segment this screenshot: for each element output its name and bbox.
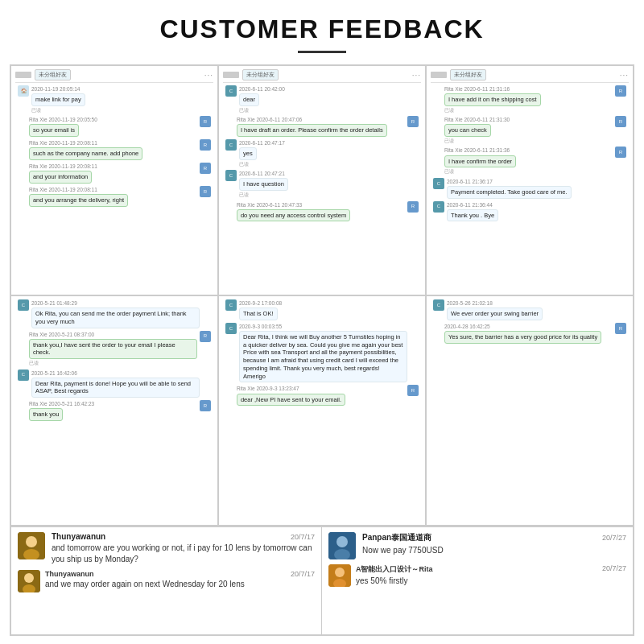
page-wrapper: CUSTOMER FEEDBACK 未分组好友 ··· 🏠 2020-11- — [0, 0, 644, 644]
msg-bubble: thank you,I have sent the order to your … — [29, 339, 197, 360]
read-status: 已读 — [444, 168, 613, 175]
msg-bubble: thank you — [29, 408, 64, 421]
msg-bubble: Thank you . Bye — [447, 209, 498, 222]
chat-grid: 未分组好友 ··· 🏠 2020-11-19 20:05:14 make lin… — [10, 65, 634, 526]
avatar: C — [225, 170, 237, 181]
msg-meta: Rita Xie 2020-11-19 20:08:11 — [29, 139, 197, 147]
msg-content: Rita Xie 2020-11-19 20:08:11 and you arr… — [29, 186, 197, 207]
msg-bubble: I have add it on the shipping cost — [444, 93, 541, 106]
chat-tag-3: 未分组好友 — [450, 69, 486, 80]
msg-content: Rita Xie 2020-11-19 20:05:50 so your ema… — [29, 116, 197, 137]
msg-bubble: you can check — [444, 124, 491, 137]
msg-bubble: I have confirm the order — [444, 155, 516, 168]
msg-row: 🏠 2020-11-19 20:05:14 make link for pay … — [15, 85, 213, 114]
msg-row: R Rita Xie 2020-6-11 20:47:06 I have dra… — [223, 116, 421, 137]
msg-content: Rita Xie 2020-6-11 20:47:33 do you need … — [237, 201, 405, 222]
feedback-panel-left: Thunyawanun 20/7/17 and tomorrow are you… — [10, 526, 322, 635]
msg-bubble: and you arrange the delivery, right — [29, 194, 128, 207]
sub-text-1: Thunyawanun 20/7/17 and we may order aga… — [45, 570, 315, 590]
avatar: R — [407, 116, 419, 127]
svg-point-1 — [26, 536, 37, 547]
msg-bubble: I have question — [239, 178, 288, 191]
avatar: C — [18, 369, 29, 381]
avatar: R — [407, 385, 419, 396]
msg-meta: 2020-6-11 21:36:44 — [447, 201, 615, 208]
bottom-section: Thunyawanun 20/7/17 and tomorrow are you… — [10, 526, 634, 635]
avatar: R — [615, 147, 626, 158]
svg-point-10 — [335, 568, 345, 577]
avatar: R — [200, 331, 211, 342]
msg-row: C 2020-5-26 21:02:18 We ever order your … — [431, 299, 629, 320]
feedback-name-row-2: Panpan泰国通道商 20/7/27 — [362, 532, 626, 543]
msg-bubble: Yes sure, the barrier has a very good pr… — [444, 331, 601, 344]
msg-content: Rita Xie 2020-5-21 08:37:00 thank you,I … — [29, 331, 197, 367]
avatar: C — [225, 85, 237, 97]
msg-row: R Rita Xie 2020-6-11 21:31:36 I have con… — [431, 147, 629, 175]
avatar: 🏠 — [18, 85, 29, 97]
page-title: CUSTOMER FEEDBACK — [159, 14, 484, 44]
msg-row: R Rita Xie 2020-9-3 13:23:47 dear ,New P… — [223, 385, 421, 406]
msg-meta: 2020-5-26 21:02:18 — [447, 299, 615, 307]
msg-meta: Rita Xie 2020-9-3 13:23:47 — [237, 385, 405, 392]
msg-bubble: do you need any access control system — [237, 209, 350, 222]
msg-row: C 2020-6-11 21:36:44 Thank you . Bye — [431, 201, 629, 222]
sub-name-row-2: A智能出入口设计～Rita 20/7/27 — [356, 564, 626, 575]
feedback-date-2: 20/7/27 — [602, 534, 626, 542]
msg-row: R Rita Xie 2020-11-19 20:08:11 and you a… — [15, 186, 213, 207]
msg-bubble: yes — [239, 147, 257, 160]
avatar: C — [225, 299, 237, 311]
msg-bubble: make link for pay — [31, 93, 85, 106]
msg-meta: 2020-11-19 20:05:14 — [31, 85, 200, 93]
msg-row: R 2020-4-28 16:42:25 Yes sure, the barri… — [431, 323, 629, 344]
msg-bubble: dear ,New PI have sent to your email. — [237, 394, 345, 407]
outer-border: 未分组好友 ··· 🏠 2020-11-19 20:05:14 make lin… — [10, 64, 634, 636]
feedback-sub-item-1: Thunyawanun 20/7/17 and we may order aga… — [18, 570, 315, 592]
msg-content: 2020-9-3 00:03:55 Dear Rita, I think we … — [239, 323, 407, 383]
read-status: 已读 — [239, 161, 407, 167]
avatar: C — [225, 323, 237, 334]
svg-point-7 — [336, 536, 348, 547]
msg-content: 2020-9-2 17:00:08 That is OK! — [239, 299, 407, 320]
chat-header-3: 未分组好友 ··· — [431, 69, 629, 83]
msg-bubble: Dear Rita, payment is done! Hope you wil… — [31, 378, 200, 398]
msg-meta: 2020-6-11 20:47:21 — [239, 170, 407, 177]
chat-cell-inner-5: C 2020-9-2 17:00:08 That is OK! C 2020-9… — [223, 299, 421, 522]
msg-row: C 2020-9-2 17:00:08 That is OK! — [223, 299, 421, 320]
avatar: R — [615, 323, 626, 334]
chat-tag-2: 未分组好友 — [242, 69, 279, 80]
avatar: R — [200, 400, 211, 411]
feedback-date-1: 20/7/17 — [291, 533, 315, 541]
sub-text-2: A智能出入口设计～Rita 20/7/27 yes 50% firstly — [356, 564, 626, 587]
msg-meta: Rita Xie 2020-5-21 08:37:00 — [29, 331, 197, 338]
msg-meta: Rita Xie 2020-6-11 20:47:33 — [237, 201, 405, 208]
read-status: 已读 — [239, 192, 407, 198]
msg-content: Rita Xie 2020-6-11 21:31:30 you can chec… — [444, 116, 613, 144]
msg-meta: Rita Xie 2020-6-11 20:47:06 — [237, 116, 405, 123]
msg-content: Rita Xie 2020-6-11 20:47:06 I have draft… — [237, 116, 405, 137]
msg-meta: Rita Xie 2020-11-19 20:05:50 — [29, 116, 197, 123]
msg-content: 2020-5-26 21:02:18 We ever order your sw… — [447, 299, 615, 320]
chat-header-1: 未分组好友 ··· — [15, 69, 213, 83]
read-status: 已读 — [239, 107, 407, 114]
msg-content: 2020-6-11 20:47:17 yes 已读 — [239, 139, 407, 167]
read-status: 已读 — [444, 107, 613, 114]
avatar: R — [200, 163, 211, 174]
title-underline — [298, 51, 346, 53]
msg-row: C 2020-5-21 16:42:06 Dear Rita, payment … — [15, 369, 213, 398]
msg-meta: 2020-6-11 21:36:17 — [447, 178, 615, 185]
msg-row: R Rita Xie 2020-5-21 08:37:00 thank you,… — [15, 331, 213, 367]
msg-bubble: dear — [239, 93, 259, 106]
msg-meta: 2020-5-21 16:42:06 — [31, 369, 200, 377]
feedback-text-2: Panpan泰国通道商 20/7/27 Now we pay 7750USD — [362, 532, 626, 556]
chat-cell-inner-3: R Rita Xie 2020-6-11 21:31:16 I have add… — [431, 85, 629, 291]
msg-row: C 2020-9-3 00:03:55 Dear Rita, I think w… — [223, 323, 421, 383]
msg-bubble: and your information — [29, 171, 92, 184]
msg-meta: 2020-9-3 00:03:55 — [239, 323, 407, 330]
msg-meta: 2020-4-28 16:42:25 — [444, 323, 613, 330]
chat-cell-5: C 2020-9-2 17:00:08 That is OK! C 2020-9… — [218, 295, 426, 526]
msg-row: C 2020-6-11 20:47:21 I have question 已读 — [223, 170, 421, 198]
msg-bubble: Payment completed. Take good care of me. — [447, 186, 572, 199]
msg-row: R Rita Xie 2020-11-19 20:08:11 and your … — [15, 163, 213, 184]
feedback-name-row-1: Thunyawanun 20/7/17 — [52, 532, 315, 541]
msg-content: Rita Xie 2020-11-19 20:08:11 such as the… — [29, 139, 197, 160]
